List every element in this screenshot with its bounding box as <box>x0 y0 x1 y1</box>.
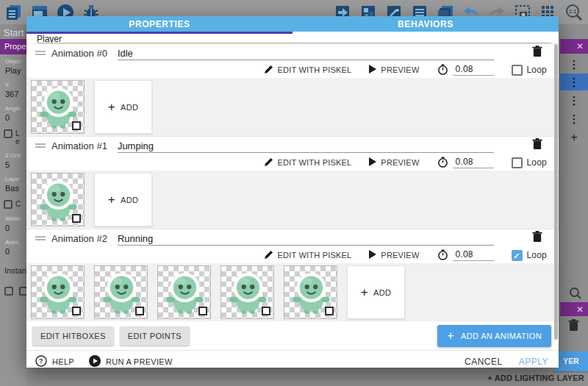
custom-size-checkbox-row[interactable]: C <box>0 196 26 212</box>
kebab-menu-icon[interactable]: ⋮ <box>569 94 580 107</box>
sprite-frame[interactable] <box>94 265 148 319</box>
loop-checkbox[interactable] <box>512 65 523 76</box>
edit-points-button[interactable]: EDIT POINTS <box>120 326 190 346</box>
loop-checkbox[interactable] <box>512 157 523 168</box>
delete-animation-icon[interactable] <box>532 231 542 246</box>
loop-toggle[interactable]: Loop <box>512 65 548 76</box>
object-name-field[interactable]: Player <box>37 34 551 43</box>
field-z-order[interactable]: Z Ord 5 <box>0 149 26 172</box>
field-layer[interactable]: Layer Bas <box>0 172 26 196</box>
animation-name-input[interactable]: Jumping <box>118 139 494 153</box>
timer-icon <box>437 157 448 169</box>
field-x[interactable]: X 367 <box>0 78 26 101</box>
trash-icon[interactable] <box>568 319 579 335</box>
add-layer-plus-icon[interactable]: + <box>560 129 588 146</box>
preview-button[interactable]: PREVIEW <box>369 250 419 260</box>
animation-section-1: Animation #1 Jumping EDIT WITH PISKEL PR… <box>26 136 559 229</box>
field-width[interactable]: Width 0 <box>0 212 26 235</box>
sprite-frame[interactable] <box>31 265 85 319</box>
layer-row[interactable]: ⋮ <box>560 110 588 127</box>
edit-with-piskel-button[interactable]: EDIT WITH PISKEL <box>264 250 352 261</box>
drag-handle-icon[interactable] <box>35 49 46 57</box>
sprite-frame[interactable] <box>31 173 85 226</box>
frame-select-checkbox[interactable] <box>72 121 81 130</box>
sprite-frame[interactable] <box>157 265 211 319</box>
dialog-footer: ? HELP RUN A PREVIEW CANCEL APPLY <box>26 350 559 373</box>
plus-icon: + <box>108 100 115 115</box>
loop-checkbox[interactable]: ✓ <box>512 250 523 261</box>
frame-select-checkbox[interactable] <box>135 307 144 315</box>
pencil-icon <box>264 157 273 168</box>
kebab-menu-icon[interactable]: ⋮ <box>569 76 580 89</box>
tab-behaviors[interactable]: BEHAVIORS <box>293 16 559 32</box>
kebab-menu-icon[interactable]: ⋮ <box>569 58 580 71</box>
play-icon <box>369 65 376 75</box>
time-between-frames-input[interactable]: 0.08 <box>453 64 494 76</box>
sprite-frame[interactable] <box>220 265 274 319</box>
close-icon[interactable]: ✕ <box>576 304 584 315</box>
animation-header: Animation #2 Running <box>26 229 559 247</box>
time-between-frames-input[interactable]: 0.08 <box>453 157 494 168</box>
frames-row: + ADD <box>26 171 559 229</box>
drag-handle-icon[interactable] <box>35 142 46 149</box>
animation-name-input[interactable]: Idle <box>118 46 494 60</box>
add-frame-button[interactable]: + ADD <box>347 265 405 319</box>
dialog-tabs: PROPERTIES BEHAVIORS <box>26 16 559 32</box>
delete-animation-icon[interactable] <box>532 138 542 153</box>
field-angle[interactable]: Angle 0 <box>0 101 26 125</box>
cancel-button[interactable]: CANCEL <box>465 357 503 367</box>
animation-toolbar: EDIT WITH PISKEL PREVIEW 0.08 Loop <box>26 154 559 171</box>
time-between-frames[interactable]: 0.08 <box>437 249 494 262</box>
layer-row-selected[interactable]: ⋮ <box>560 74 588 90</box>
preview-button[interactable]: PREVIEW <box>369 157 419 168</box>
add-lighting-layer-button[interactable]: + ADD LIGHTING LAYER <box>487 374 584 382</box>
close-icon[interactable]: ✕ <box>576 41 584 51</box>
add-animation-button[interactable]: + ADD AN ANIMATION <box>437 325 551 347</box>
loop-toggle[interactable]: Loop <box>512 157 548 168</box>
edit-hitboxes-button[interactable]: EDIT HITBOXES <box>32 326 114 346</box>
delete-animation-icon[interactable] <box>532 46 542 60</box>
frame-select-checkbox[interactable] <box>262 307 270 315</box>
drag-handle-icon[interactable] <box>35 235 46 242</box>
plus-icon: + <box>361 285 368 300</box>
apply-button[interactable]: APPLY <box>519 357 548 367</box>
sprite-frame[interactable] <box>284 265 337 319</box>
sprite-frame[interactable] <box>31 80 85 134</box>
preview-button[interactable]: PREVIEW <box>369 65 419 75</box>
instances-checkbox-1[interactable] <box>4 287 13 296</box>
time-between-frames[interactable]: 0.08 <box>437 64 494 76</box>
time-between-frames[interactable]: 0.08 <box>437 157 494 169</box>
animation-title: Animation #1 <box>51 140 107 151</box>
frame-select-checkbox[interactable] <box>198 307 207 315</box>
animation-header: Animation #0 Idle <box>26 44 559 62</box>
kebab-menu-icon[interactable]: ⋮ <box>569 112 580 126</box>
edit-with-piskel-button[interactable]: EDIT WITH PISKEL <box>264 157 352 168</box>
tab-properties[interactable]: PROPERTIES <box>26 16 293 32</box>
frame-select-checkbox[interactable] <box>325 307 334 315</box>
add-layer-button[interactable]: YER <box>554 351 588 371</box>
lock-checkbox[interactable] <box>4 129 12 138</box>
frame-select-checkbox[interactable] <box>72 307 81 315</box>
instances-checkbox-2[interactable] <box>19 287 26 296</box>
frame-select-checkbox[interactable] <box>72 214 81 223</box>
help-button[interactable]: ? HELP <box>35 355 74 368</box>
search-icon[interactable] <box>569 287 582 303</box>
project-manager-icon[interactable] <box>4 3 24 22</box>
edit-with-piskel-button[interactable]: EDIT WITH PISKEL <box>264 65 352 76</box>
animation-name-input[interactable]: Running <box>118 232 494 246</box>
add-frame-button[interactable]: + ADD <box>94 80 152 134</box>
lock-checkbox-row[interactable]: Le <box>0 125 26 149</box>
field-object-name[interactable]: Objec Play <box>0 54 26 78</box>
animation-section-2: Animation #2 Running EDIT WITH PISKEL PR… <box>26 229 559 321</box>
loop-toggle[interactable]: ✓ Loop <box>512 250 548 261</box>
zoom-1-1-icon[interactable]: 1:1 <box>564 3 584 22</box>
run-a-preview-button[interactable]: RUN A PREVIEW <box>89 355 173 368</box>
dialog-scrollbar[interactable] <box>554 44 558 340</box>
custom-size-checkbox[interactable] <box>4 200 12 209</box>
layer-row[interactable]: ⋮ <box>560 56 588 73</box>
field-animation[interactable]: Anim 0 <box>0 235 26 259</box>
add-frame-button[interactable]: + ADD <box>94 173 152 226</box>
object-editor-dialog: PROPERTIES BEHAVIORS Player Animation #0… <box>26 16 559 368</box>
time-between-frames-input[interactable]: 0.08 <box>453 249 494 261</box>
layer-row[interactable]: ⋮ <box>560 92 588 109</box>
